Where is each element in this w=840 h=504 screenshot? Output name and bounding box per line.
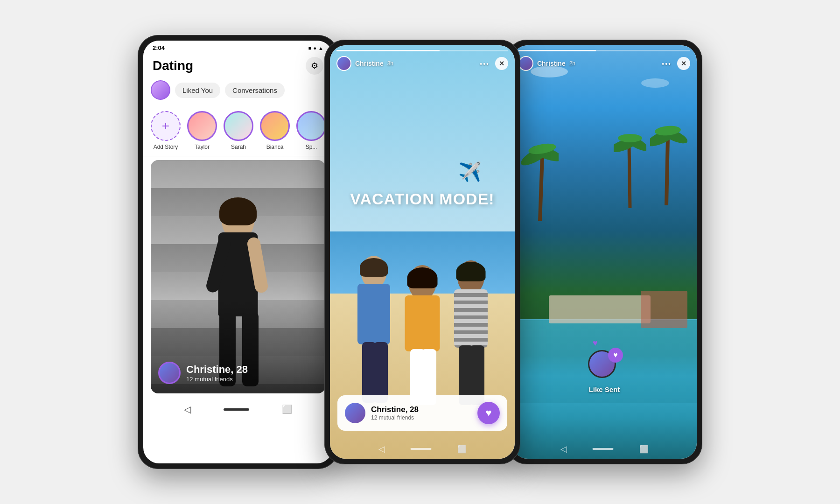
stories-row: + Add Story Taylor Sarah Bianca — [143, 105, 333, 156]
story-user-avatar-3 — [518, 56, 533, 71]
story-user-avatar-2 — [336, 56, 351, 71]
story-time-3: 2h — [569, 60, 575, 67]
signal-icon: ■ — [308, 45, 312, 51]
back-nav-1[interactable]: ◁ — [184, 404, 191, 415]
like-button-2[interactable]: ♥ — [477, 402, 500, 424]
liked-you-tab[interactable]: Liked You — [175, 83, 220, 98]
like-sent-heart-icon: ♥ — [608, 348, 623, 363]
add-story-avatar: + — [151, 111, 181, 141]
story-more-button-2[interactable] — [480, 59, 490, 69]
phone-3-screen: Christine 2h ✕ ♥ — [512, 45, 697, 459]
add-story-item[interactable]: + Add Story — [151, 111, 181, 150]
add-story-label: Add Story — [154, 144, 178, 150]
story-taylor[interactable]: Taylor — [187, 111, 217, 150]
svg-line-8 — [629, 145, 630, 208]
friend-group-photo — [344, 232, 501, 405]
story-sarah[interactable]: Sarah — [224, 111, 253, 150]
taylor-avatar — [187, 111, 217, 141]
phone-3: Christine 2h ✕ ♥ — [506, 40, 702, 464]
phone-1: 2:04 ■ ● ▲ Dating ⚙ Liked You Conversati… — [138, 35, 338, 469]
square-nav-2[interactable]: ⬜ — [457, 445, 467, 454]
profile-info: Christine, 28 12 mutual friends — [158, 362, 248, 384]
svg-point-11 — [618, 134, 642, 142]
story-username-3: Christine — [537, 60, 566, 67]
heart-icon-2: ♥ — [485, 407, 491, 419]
svg-line-4 — [666, 138, 668, 205]
app-title: Dating — [153, 58, 193, 73]
settings-button[interactable]: ⚙ — [306, 57, 323, 75]
status-icons-1: ■ ● ▲ — [308, 45, 323, 51]
like-sent-avatar-wrap: ♥ ♥ — [588, 350, 621, 383]
story-screen-3: Christine 2h ✕ ♥ — [512, 45, 697, 459]
story-close-button-3[interactable]: ✕ — [677, 57, 690, 70]
palm-tree-center — [614, 119, 646, 208]
palm-tree-left — [521, 128, 559, 221]
phone-2: VACATION MODE! ✈️ Christine 3h — [324, 40, 520, 464]
sarah-avatar — [224, 111, 253, 141]
story-user-info-3: Christine 2h — [518, 56, 575, 71]
back-nav-2[interactable]: ◁ — [378, 444, 385, 454]
like-sent-label: Like Sent — [589, 385, 620, 393]
story-profile-card-2: Christine, 28 12 mutual friends ♥ — [337, 395, 507, 431]
tab-avatar[interactable] — [151, 80, 170, 100]
bianca-avatar — [260, 111, 290, 141]
conversations-tab[interactable]: Conversations — [225, 83, 285, 98]
svg-line-0 — [540, 156, 542, 221]
battery-icon: ▲ — [318, 45, 323, 51]
floating-heart-icon: ♥ — [593, 338, 598, 348]
story-bianca[interactable]: Bianca — [260, 111, 290, 150]
phone-2-screen: VACATION MODE! ✈️ Christine 3h — [330, 45, 515, 459]
square-nav-3[interactable]: ⬜ — [639, 445, 649, 454]
story-user-info-2: Christine 3h — [336, 56, 393, 71]
story-top-row-2: Christine 3h ✕ — [336, 56, 508, 71]
story-top-row-3: Christine 2h ✕ — [518, 56, 690, 71]
phone-1-screen: 2:04 ■ ● ▲ Dating ⚙ Liked You Conversati… — [143, 41, 333, 463]
square-nav-1[interactable]: ⬜ — [282, 404, 292, 414]
story-time-2: 3h — [387, 60, 393, 67]
profile-mini-avatar — [158, 362, 181, 384]
bianca-label: Bianca — [266, 144, 284, 150]
roof-element — [641, 291, 687, 328]
story-close-button-2[interactable]: ✕ — [495, 57, 508, 70]
profile-text: Christine, 28 12 mutual friends — [186, 364, 248, 383]
palm-tree-right — [650, 107, 687, 205]
story-sp[interactable]: Sp... — [296, 111, 326, 150]
story-profile-name-2: Christine, 28 — [371, 405, 419, 414]
close-icon-3: ✕ — [681, 60, 686, 67]
story-more-button-3[interactable] — [662, 59, 672, 69]
story-actions-3: ✕ — [662, 57, 690, 70]
home-nav-2[interactable] — [411, 448, 432, 450]
story-profile-info-2: Christine, 28 12 mutual friends — [371, 405, 419, 421]
story-actions-2: ✕ — [480, 57, 508, 70]
story-profile-avatar-2 — [345, 403, 365, 423]
progress-fill-2 — [336, 50, 440, 51]
home-nav-1[interactable] — [224, 408, 249, 411]
plane-emoji: ✈️ — [458, 161, 482, 183]
tabs-row: Liked You Conversations — [143, 80, 333, 105]
gear-icon: ⚙ — [311, 61, 318, 71]
story-header-2: Christine 3h ✕ — [330, 45, 515, 75]
back-nav-3[interactable]: ◁ — [560, 444, 567, 454]
status-bar-1: 2:04 ■ ● ▲ — [143, 41, 333, 53]
story-username-2: Christine — [355, 60, 384, 67]
profile-card-1[interactable]: Christine, 28 12 mutual friends — [151, 160, 325, 393]
home-nav-3[interactable] — [593, 448, 614, 450]
phones-container: 2:04 ■ ● ▲ Dating ⚙ Liked You Conversati… — [138, 35, 702, 469]
story-profile-left-2: Christine, 28 12 mutual friends — [345, 403, 419, 423]
progress-fill-3 — [518, 50, 596, 51]
close-icon-2: ✕ — [499, 60, 504, 67]
like-sent-overlay: ♥ ♥ Like Sent — [588, 350, 621, 393]
story-profile-sub-2: 12 mutual friends — [371, 414, 419, 421]
story-screen-2: VACATION MODE! ✈️ Christine 3h — [330, 45, 515, 459]
screen-nav-1: ◁ ⬜ — [143, 397, 333, 419]
story-header-3: Christine 2h ✕ — [512, 45, 697, 75]
progress-bar-2 — [336, 50, 508, 51]
dating-header: Dating ⚙ — [143, 53, 333, 80]
profile-mutual: 12 mutual friends — [186, 376, 248, 383]
story-bottom-nav-3: ◁ ⬜ — [560, 444, 649, 454]
time-display-1: 2:04 — [153, 44, 165, 51]
profile-name: Christine, 28 — [186, 364, 248, 376]
vacation-text: VACATION MODE! — [350, 190, 494, 208]
sp-label: Sp... — [306, 144, 317, 150]
progress-bar-3 — [518, 50, 690, 51]
